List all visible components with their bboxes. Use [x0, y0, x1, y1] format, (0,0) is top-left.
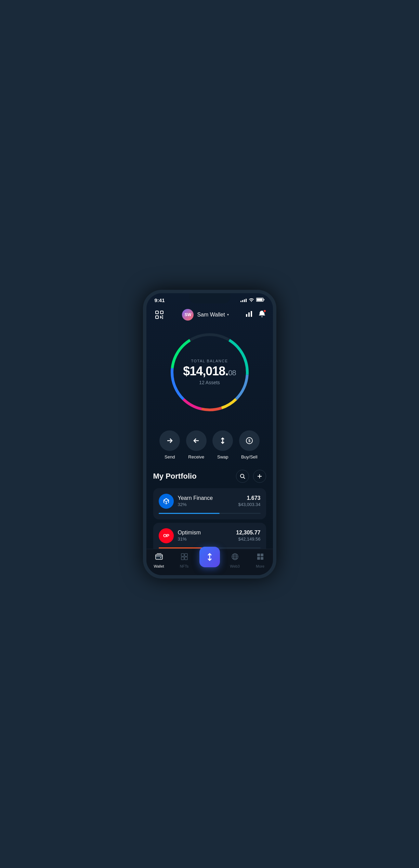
svg-rect-40 — [257, 554, 260, 556]
balance-assets: 12 Assets — [183, 380, 236, 385]
nfts-nav-label: NFTs — [180, 564, 189, 568]
portfolio-section: My Portfolio — [146, 470, 273, 554]
status-icons — [240, 298, 265, 303]
buysell-action[interactable]: $ Buy/Sell — [239, 430, 260, 459]
portfolio-title: My Portfolio — [153, 472, 197, 481]
more-icon — [256, 553, 264, 563]
optimism-name: Optimism — [178, 530, 201, 536]
nfts-icon — [180, 553, 188, 563]
svg-rect-12 — [251, 311, 252, 317]
avatar: SW — [182, 309, 194, 321]
notification-badge — [263, 309, 266, 313]
svg-point-31 — [160, 557, 161, 558]
yearn-percent: 32% — [178, 502, 213, 507]
balance-amount: $14,018.08 — [183, 364, 236, 378]
optimism-amount: 12,305.77 — [236, 530, 260, 536]
balance-label: TOTAL BALANCE — [183, 359, 236, 363]
battery-icon — [256, 298, 265, 303]
chevron-down-icon: ▾ — [227, 313, 229, 316]
svg-text:$: $ — [248, 439, 250, 443]
nav-nfts[interactable]: NFTs — [174, 553, 195, 568]
svg-rect-34 — [181, 557, 184, 560]
swap-label: Swap — [217, 454, 228, 459]
balance-section: TOTAL BALANCE $14,018.08 12 Assets — [146, 324, 273, 424]
buysell-label: Buy/Sell — [241, 454, 258, 459]
wifi-icon — [249, 298, 254, 303]
svg-rect-1 — [257, 298, 262, 301]
wallet-nav-label: Wallet — [154, 564, 164, 568]
nav-wallet[interactable]: Wallet — [149, 553, 169, 568]
wallet-name-label: Sam Wallet ▾ — [197, 312, 228, 318]
ring-content: TOTAL BALANCE $14,018.08 12 Assets — [183, 359, 236, 386]
actions-row: Send Receive — [146, 424, 273, 470]
svg-rect-30 — [156, 555, 162, 559]
svg-rect-3 — [156, 311, 158, 314]
balance-ring: TOTAL BALANCE $14,018.08 12 Assets — [165, 328, 254, 417]
swap-icon-circle — [212, 430, 233, 451]
svg-rect-10 — [246, 314, 247, 317]
optimism-icon: OP — [159, 528, 174, 543]
svg-rect-43 — [261, 557, 263, 560]
svg-rect-5 — [156, 316, 158, 319]
svg-rect-42 — [257, 557, 260, 560]
send-label: Send — [165, 454, 175, 459]
portfolio-item-yearn[interactable]: Yearn Finance 32% 1.673 $43,003.34 — [153, 488, 266, 519]
scan-button[interactable] — [153, 309, 166, 321]
buysell-icon-circle: $ — [239, 430, 260, 451]
send-icon-circle — [159, 430, 180, 451]
optimism-value: $42,149.56 — [236, 536, 260, 542]
yearn-name: Yearn Finance — [178, 495, 213, 501]
svg-rect-41 — [261, 554, 263, 556]
header: SW Sam Wallet ▾ — [146, 303, 273, 324]
yearn-amount: 1.673 — [238, 495, 260, 501]
svg-rect-4 — [160, 311, 163, 314]
yearn-value: $43,003.34 — [238, 502, 260, 507]
svg-rect-35 — [185, 557, 187, 560]
status-time: 9:41 — [155, 297, 165, 303]
swap-action[interactable]: Swap — [212, 430, 233, 459]
portfolio-header-actions — [236, 470, 266, 483]
yearn-bar — [159, 513, 220, 514]
receive-icon-circle — [186, 430, 207, 451]
portfolio-header: My Portfolio — [153, 470, 266, 483]
svg-rect-33 — [185, 554, 187, 556]
optimism-percent: 31% — [178, 536, 201, 542]
receive-action[interactable]: Receive — [186, 430, 207, 459]
svg-rect-2 — [264, 299, 264, 300]
svg-line-27 — [244, 477, 245, 479]
web3-icon — [231, 553, 239, 563]
nav-web3[interactable]: Web3 — [225, 553, 245, 568]
portfolio-search-button[interactable] — [236, 470, 249, 483]
bottom-nav: Wallet NFTs — [146, 549, 273, 575]
yearn-bar-container — [159, 513, 261, 514]
signal-bars-icon — [240, 298, 247, 302]
wallet-selector[interactable]: SW Sam Wallet ▾ — [182, 309, 228, 321]
chart-button[interactable] — [245, 310, 253, 319]
notification-button[interactable] — [258, 310, 266, 319]
nav-center-button[interactable] — [199, 547, 220, 567]
portfolio-add-button[interactable] — [253, 470, 266, 483]
web3-nav-label: Web3 — [230, 564, 240, 568]
more-nav-label: More — [256, 564, 264, 568]
receive-label: Receive — [188, 454, 204, 459]
send-action[interactable]: Send — [159, 430, 180, 459]
yearn-icon — [159, 494, 174, 509]
nav-more[interactable]: More — [250, 553, 271, 568]
svg-point-26 — [240, 474, 244, 478]
svg-rect-11 — [248, 312, 250, 317]
svg-rect-32 — [181, 554, 184, 556]
wallet-icon — [155, 553, 163, 563]
header-actions — [245, 310, 266, 319]
